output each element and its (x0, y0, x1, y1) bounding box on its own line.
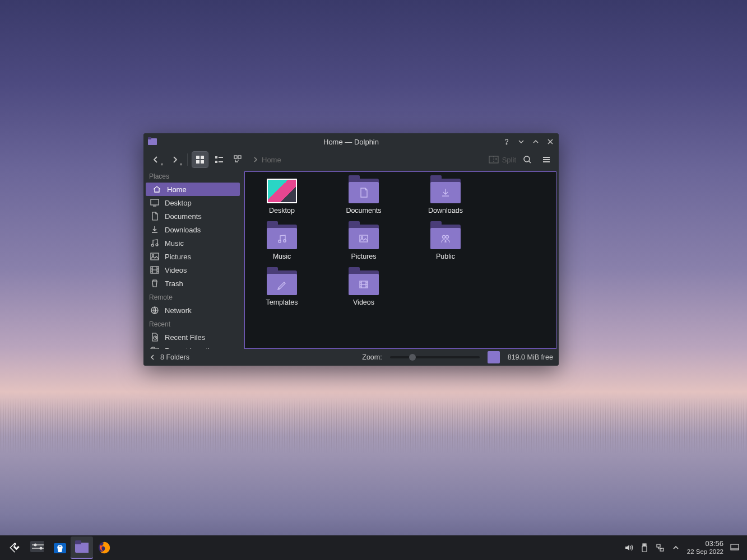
usb-icon[interactable] (640, 543, 649, 552)
wallpaper-reeds (0, 398, 747, 454)
help-button[interactable] (502, 137, 512, 147)
show-desktop-button[interactable] (730, 543, 739, 552)
sidebar-item-recent-locations[interactable]: Recent Locations (143, 344, 242, 349)
folder-downloads[interactable]: Downloads (417, 179, 474, 214)
svg-rect-7 (215, 156, 217, 158)
icon-view-button[interactable] (192, 152, 208, 167)
disk-usage-swatch[interactable] (488, 351, 500, 363)
firefox-icon (98, 541, 111, 554)
forward-button[interactable]: ▾ (167, 152, 183, 167)
sidebar-header-remote: Remote (143, 290, 242, 304)
folder-icon (267, 270, 297, 295)
statusbar: 8 Folders Zoom: 819.0 MiB free (143, 349, 559, 366)
discover-icon (53, 541, 66, 554)
maximize-button[interactable] (531, 137, 541, 147)
titlebar[interactable]: Home — Dolphin (143, 133, 559, 150)
search-button[interactable] (519, 152, 535, 167)
sidebar-item-network[interactable]: Network (143, 304, 242, 317)
sidebar-item-videos[interactable]: Videos (143, 263, 242, 277)
svg-point-19 (152, 255, 154, 256)
close-button[interactable] (545, 137, 555, 147)
svg-point-2 (506, 143, 507, 144)
svg-rect-6 (201, 160, 204, 164)
sidebar-header-places: Places (143, 169, 242, 183)
folder-label: Videos (353, 298, 374, 306)
collapse-sidebar-button[interactable] (149, 354, 156, 361)
svg-rect-42 (642, 546, 647, 552)
minimize-button[interactable] (516, 137, 526, 147)
network-tray-icon[interactable] (656, 543, 665, 552)
volume-icon[interactable] (624, 543, 633, 552)
split-view-button[interactable]: Split (489, 156, 516, 164)
sidebar-item-home[interactable]: Home (146, 183, 240, 196)
kde-logo-icon (8, 541, 21, 554)
application-launcher-button[interactable] (3, 536, 26, 559)
sidebar-label: Trash (165, 279, 183, 288)
home-icon (152, 185, 161, 194)
split-icon (489, 156, 499, 164)
sidebar-header-recent: Recent (143, 317, 242, 330)
hamburger-menu-button[interactable] (539, 152, 554, 167)
desktop-thumb-icon (267, 179, 297, 203)
sidebar-label: Downloads (165, 226, 201, 234)
svg-rect-33 (32, 544, 44, 545)
sidebar-item-trash[interactable]: Trash (143, 277, 242, 290)
videos-icon (150, 265, 159, 274)
sidebar-item-desktop[interactable]: Desktop (143, 196, 242, 209)
svg-rect-44 (644, 545, 645, 546)
task-dolphin[interactable] (71, 536, 93, 559)
svg-rect-4 (201, 156, 204, 159)
svg-rect-32 (30, 541, 44, 552)
svg-rect-10 (219, 161, 223, 162)
folder-label: Templates (266, 298, 298, 306)
hamburger-icon (542, 155, 551, 164)
svg-rect-9 (215, 161, 217, 163)
folder-documents[interactable]: Documents (336, 179, 392, 214)
details-view-button[interactable] (230, 152, 246, 167)
chevron-right-icon (253, 157, 258, 162)
folder-videos[interactable]: Videos (336, 270, 392, 306)
toolbar: ▾ ▾ Home Split (143, 150, 559, 169)
breadcrumb-home[interactable]: Home (262, 156, 281, 164)
clock-date: 22 Sep 2022 (687, 548, 723, 556)
folder-icon (430, 225, 461, 249)
search-icon (523, 155, 532, 164)
compact-view-button[interactable] (211, 152, 227, 167)
zoom-slider[interactable] (390, 356, 480, 358)
task-firefox[interactable] (93, 536, 115, 559)
folder-view[interactable]: Desktop Documents Downloads Music Pictur… (244, 171, 556, 349)
breadcrumb[interactable]: Home (249, 156, 281, 164)
sidebar-item-documents[interactable]: Documents (143, 209, 242, 223)
svg-point-35 (34, 544, 37, 547)
clock[interactable]: 03:56 22 Sep 2022 (687, 540, 723, 556)
downloads-icon (150, 225, 159, 234)
folder-public[interactable]: Public (417, 225, 474, 260)
separator (187, 153, 188, 166)
sidebar-item-recent-files[interactable]: Recent Files (143, 330, 242, 344)
zoom-thumb[interactable] (409, 354, 416, 361)
svg-point-25 (279, 240, 281, 242)
places-sidebar[interactable]: Places Home Desktop Documents Downloads … (143, 169, 242, 349)
folder-desktop[interactable]: Desktop (254, 179, 310, 214)
folder-templates[interactable]: Templates (254, 270, 310, 306)
tray-expand-icon[interactable] (671, 543, 680, 552)
trash-icon (150, 279, 159, 288)
folder-label: Downloads (428, 207, 463, 214)
recent-files-icon (150, 333, 159, 342)
svg-rect-39 (75, 540, 81, 544)
sidebar-item-pictures[interactable]: Pictures (143, 250, 242, 263)
folder-music[interactable]: Music (254, 225, 310, 260)
sidebar-item-music[interactable]: Music (143, 236, 242, 250)
folder-pictures[interactable]: Pictures (336, 225, 392, 260)
folder-icon (267, 225, 297, 249)
svg-rect-18 (151, 253, 159, 260)
music-icon (150, 239, 159, 248)
status-free-space: 819.0 MiB free (508, 353, 553, 361)
task-system-settings[interactable] (26, 536, 48, 559)
sidebar-item-downloads[interactable]: Downloads (143, 223, 242, 236)
task-discover[interactable] (48, 536, 71, 559)
svg-rect-11 (234, 156, 237, 158)
back-button[interactable]: ▾ (148, 152, 164, 167)
svg-point-36 (40, 547, 43, 550)
sidebar-label: Videos (165, 266, 187, 274)
